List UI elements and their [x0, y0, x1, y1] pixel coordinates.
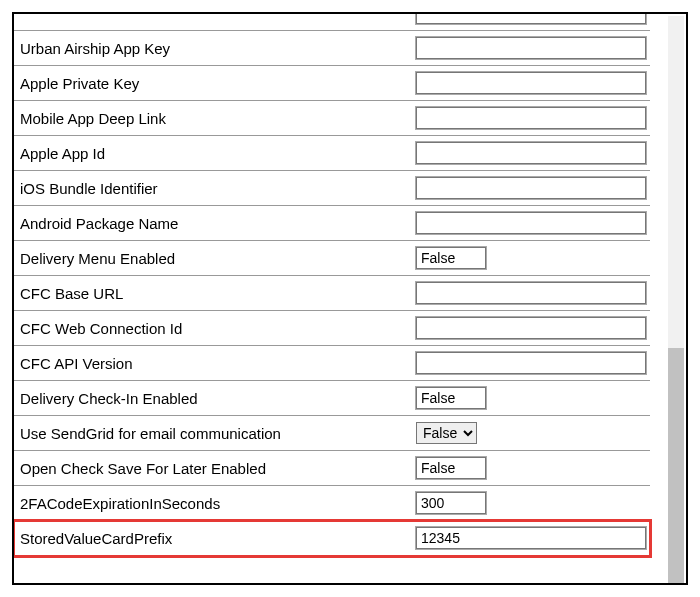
setting-input-cell	[410, 206, 650, 241]
setting-input[interactable]	[416, 247, 486, 269]
table-row: Use SendGrid for email communicationFals…	[14, 416, 650, 451]
setting-input-cell	[410, 381, 650, 416]
table-row: CFC Base URL	[14, 276, 650, 311]
setting-input-cell	[410, 311, 650, 346]
setting-input[interactable]	[416, 107, 646, 129]
table-row: Apple App Id	[14, 136, 650, 171]
setting-label: iOS Bundle Identifier	[14, 171, 410, 206]
table-row: Apple Private Key	[14, 66, 650, 101]
table-row: CFC Web Connection Id	[14, 311, 650, 346]
table-row: Delivery Menu Enabled	[14, 241, 650, 276]
setting-label: Apple Private Key	[14, 66, 410, 101]
setting-label: Urban Airship App Key	[14, 31, 410, 66]
settings-form-table: Urban Airship App KeyApple Private KeyMo…	[14, 14, 650, 556]
setting-input[interactable]	[416, 457, 486, 479]
setting-label: Mobile App Deep Link	[14, 101, 410, 136]
setting-input[interactable]	[416, 177, 646, 199]
table-row: Delivery Check-In Enabled	[14, 381, 650, 416]
setting-input[interactable]	[416, 387, 486, 409]
setting-input-cell	[410, 521, 650, 556]
setting-input-cell	[410, 451, 650, 486]
setting-input-cell	[410, 14, 650, 31]
setting-input-cell	[410, 136, 650, 171]
scroll-area: Urban Airship App KeyApple Private KeyMo…	[14, 14, 670, 583]
setting-input[interactable]	[416, 352, 646, 374]
setting-label: Delivery Menu Enabled	[14, 241, 410, 276]
setting-label: CFC Web Connection Id	[14, 311, 410, 346]
setting-input-cell	[410, 66, 650, 101]
setting-input[interactable]	[416, 14, 646, 24]
table-row: Android Package Name	[14, 206, 650, 241]
table-row: Urban Airship App Key	[14, 31, 650, 66]
table-row: 2FACodeExpirationInSeconds	[14, 486, 650, 521]
table-row: StoredValueCardPrefix	[14, 521, 650, 556]
setting-input-cell	[410, 276, 650, 311]
setting-label	[14, 14, 410, 31]
setting-input-cell	[410, 241, 650, 276]
setting-input-cell	[410, 171, 650, 206]
setting-input[interactable]	[416, 492, 486, 514]
table-row: Mobile App Deep Link	[14, 101, 650, 136]
setting-input-cell	[410, 486, 650, 521]
button-row: Save Close	[14, 574, 650, 583]
setting-label: CFC API Version	[14, 346, 410, 381]
table-row: iOS Bundle Identifier	[14, 171, 650, 206]
setting-input[interactable]	[416, 212, 646, 234]
setting-input-cell: FalseTrue	[410, 416, 650, 451]
table-row: CFC API Version	[14, 346, 650, 381]
setting-input[interactable]	[416, 142, 646, 164]
setting-label: 2FACodeExpirationInSeconds	[14, 486, 410, 521]
setting-input[interactable]	[416, 317, 646, 339]
setting-input[interactable]	[416, 37, 646, 59]
setting-label: Android Package Name	[14, 206, 410, 241]
scrollbar-thumb[interactable]	[668, 348, 684, 583]
table-row	[14, 14, 650, 31]
setting-input[interactable]	[416, 527, 646, 549]
setting-label: Delivery Check-In Enabled	[14, 381, 410, 416]
settings-panel: Urban Airship App KeyApple Private KeyMo…	[12, 12, 688, 585]
setting-input-cell	[410, 101, 650, 136]
setting-label: Use SendGrid for email communication	[14, 416, 410, 451]
setting-input-cell	[410, 346, 650, 381]
setting-input-cell	[410, 31, 650, 66]
setting-label: Open Check Save For Later Enabled	[14, 451, 410, 486]
setting-label: CFC Base URL	[14, 276, 410, 311]
table-row: Open Check Save For Later Enabled	[14, 451, 650, 486]
setting-input[interactable]	[416, 72, 646, 94]
vertical-scrollbar[interactable]	[668, 16, 684, 583]
setting-input[interactable]	[416, 282, 646, 304]
setting-select[interactable]: FalseTrue	[416, 422, 477, 444]
setting-label: Apple App Id	[14, 136, 410, 171]
setting-label: StoredValueCardPrefix	[14, 521, 410, 556]
